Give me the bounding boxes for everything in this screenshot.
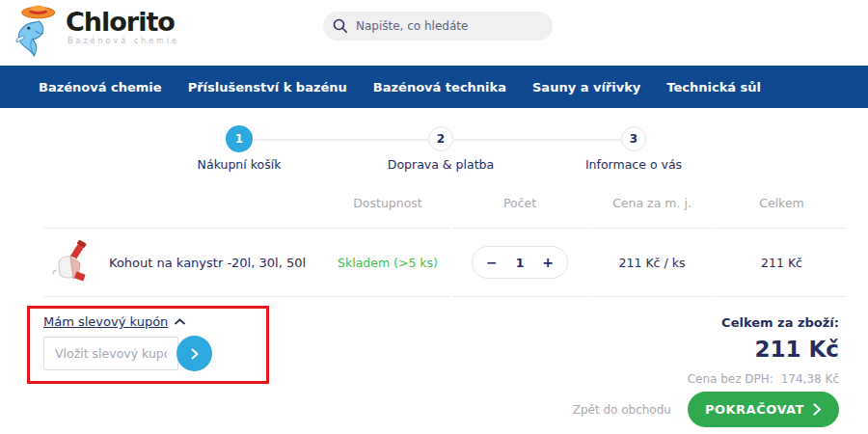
cart-item-unit-price: 211 Kč / ks: [589, 229, 715, 297]
coupon-toggle-link[interactable]: Mám slevový kupón: [43, 314, 185, 329]
coupon-toggle-label: Mám slevový kupón: [43, 314, 168, 329]
nav-item-prislusenstvi[interactable]: Příslušenství k bazénu: [188, 80, 347, 95]
step-3-circle[interactable]: 3: [621, 126, 646, 151]
logo-text: Chlorito Bazénová chemie: [66, 9, 179, 45]
coupon-submit-button[interactable]: [176, 336, 212, 371]
column-header-availability: Dostupnost: [325, 196, 450, 229]
column-header-quantity: Počet: [452, 196, 587, 229]
nav-item-sauny-virivky[interactable]: Sauny a vířivky: [532, 80, 640, 95]
chevron-right-icon: [191, 348, 199, 360]
step-2-label: Doprava & platba: [388, 157, 494, 172]
coupon-form: [43, 336, 212, 371]
brand-tagline: Bazénová chemie: [68, 37, 179, 45]
chevron-up-icon: [175, 318, 185, 325]
continue-button[interactable]: POKRAČOVAT: [688, 392, 839, 427]
nav-item-bazenova-technika[interactable]: Bazénová technika: [373, 80, 506, 95]
nav-item-bazenova-chemie[interactable]: Bazénová chemie: [39, 80, 162, 95]
cart-item-total: 211 Kč: [717, 229, 847, 297]
back-to-shop-link[interactable]: Zpět do obchodu: [573, 403, 671, 417]
summary-vat: Cena bez DPH: 174,38 Kč: [688, 372, 839, 386]
search-icon: [333, 18, 348, 34]
quantity-value[interactable]: 1: [516, 256, 525, 270]
step-2-circle[interactable]: 2: [428, 126, 453, 151]
cart-item-availability: Skladem (>5 ks): [325, 229, 450, 297]
step-connector-1: [254, 139, 427, 141]
availability-badge: Skladem (>5 ks): [338, 256, 438, 270]
step-1-circle[interactable]: 1: [226, 125, 253, 152]
continue-button-label: POKRAČOVAT: [705, 402, 804, 417]
step-connector-2: [454, 139, 620, 141]
column-header-product: [43, 196, 323, 229]
quantity-decrease-button[interactable]: −: [486, 256, 498, 269]
brand-logo[interactable]: Chlorito Bazénová chemie: [10, 1, 179, 59]
column-header-unit-price: Cena za m. j.: [589, 196, 715, 229]
cart-summary: Celkem za zboží: 211 Kč Cena bez DPH: 17…: [688, 315, 839, 386]
nav-item-technicka-sul[interactable]: Technická sůl: [666, 80, 761, 95]
chevron-right-icon: [813, 403, 822, 416]
step-3-label: Informace o vás: [585, 157, 682, 172]
search-bar[interactable]: [323, 12, 553, 41]
footer-actions: Zpět do obchodu POKRAČOVAT: [573, 392, 839, 427]
summary-vat-value: 174,38 Kč: [781, 372, 839, 386]
search-input[interactable]: [356, 19, 529, 33]
quantity-increase-button[interactable]: +: [542, 256, 554, 269]
brand-name: Chlorito: [66, 9, 179, 35]
summary-total: 211 Kč: [688, 337, 839, 362]
header: Chlorito Bazénová chemie: [0, 0, 868, 66]
column-header-total: Celkem: [717, 196, 847, 229]
quantity-stepper: − 1 +: [472, 246, 568, 279]
cart-page: Chlorito Bazénová chemie Bazénová chemie…: [0, 0, 868, 434]
cart-table: Dostupnost Počet Cena za m. j. Celkem Ko…: [43, 196, 839, 297]
main-nav: Bazénová chemie Příslušenství k bazénu B…: [0, 66, 868, 108]
product-image-tap[interactable]: [51, 240, 92, 285]
coupon-input[interactable]: [43, 337, 178, 370]
step-1-label: Nákupní košík: [198, 157, 282, 172]
cart-item-name[interactable]: Kohout na kanystr -20l, 30l, 50l: [109, 256, 306, 270]
cart-item-product: Kohout na kanystr -20l, 30l, 50l: [43, 229, 323, 297]
summary-label: Celkem za zboží:: [688, 315, 839, 330]
dolphin-mascot-icon: [10, 1, 62, 59]
summary-vat-label: Cena bez DPH:: [688, 372, 773, 386]
cart-item-quantity-cell: − 1 +: [452, 229, 587, 297]
